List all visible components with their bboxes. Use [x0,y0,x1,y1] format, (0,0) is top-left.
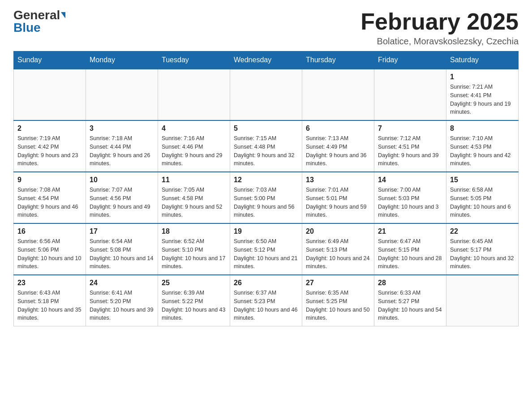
calendar-week-0: 1Sunrise: 7:21 AMSunset: 4:41 PMDaylight… [14,69,519,120]
day-info: Sunrise: 6:33 AMSunset: 5:27 PMDaylight:… [378,289,442,322]
logo-arrow-icon [61,12,65,18]
day-number: 26 [234,279,298,287]
day-info: Sunrise: 7:19 AMSunset: 4:42 PMDaylight:… [17,134,82,168]
calendar-week-1: 2Sunrise: 7:19 AMSunset: 4:42 PMDaylight… [14,120,519,172]
day-number: 4 [162,124,226,133]
day-info: Sunrise: 7:15 AMSunset: 4:48 PMDaylight:… [234,134,298,168]
calendar-cell: 3Sunrise: 7:18 AMSunset: 4:44 PMDaylight… [86,120,158,172]
logo-blue: Blue [13,21,41,35]
calendar-cell [374,69,446,120]
day-number: 19 [234,227,298,235]
page-header: General Blue February 2025 Bolatice, Mor… [13,9,519,47]
weekday-header-saturday: Saturday [446,51,519,69]
day-number: 21 [378,227,442,235]
calendar-cell: 27Sunrise: 6:35 AMSunset: 5:25 PMDayligh… [302,275,374,326]
calendar-cell: 5Sunrise: 7:15 AMSunset: 4:48 PMDaylight… [230,120,302,172]
day-info: Sunrise: 7:08 AMSunset: 4:54 PMDaylight:… [17,186,82,219]
day-number: 3 [90,124,154,133]
day-info: Sunrise: 6:58 AMSunset: 5:05 PMDaylight:… [450,186,515,219]
day-info: Sunrise: 6:41 AMSunset: 5:20 PMDaylight:… [90,289,154,322]
calendar-table: SundayMondayTuesdayWednesdayThursdayFrid… [13,51,519,326]
calendar-cell: 14Sunrise: 7:00 AMSunset: 5:03 PMDayligh… [374,172,446,223]
day-info: Sunrise: 6:52 AMSunset: 5:10 PMDaylight:… [162,237,226,271]
day-number: 15 [450,176,515,184]
calendar-cell [158,69,230,120]
day-number: 17 [90,227,154,235]
day-number: 24 [90,279,154,287]
calendar-cell: 4Sunrise: 7:16 AMSunset: 4:46 PMDaylight… [158,120,230,172]
calendar-week-3: 16Sunrise: 6:56 AMSunset: 5:06 PMDayligh… [14,223,519,275]
weekday-header-sunday: Sunday [14,51,86,69]
day-number: 18 [162,227,226,235]
calendar-cell [86,69,158,120]
calendar-cell: 24Sunrise: 6:41 AMSunset: 5:20 PMDayligh… [86,275,158,326]
day-number: 22 [450,227,515,235]
day-number: 23 [17,279,82,287]
day-number: 13 [306,176,370,184]
day-info: Sunrise: 7:13 AMSunset: 4:49 PMDaylight:… [306,134,370,168]
calendar-cell: 19Sunrise: 6:50 AMSunset: 5:12 PMDayligh… [230,223,302,275]
day-number: 10 [90,176,154,184]
day-info: Sunrise: 6:45 AMSunset: 5:17 PMDaylight:… [450,237,515,271]
calendar-cell: 21Sunrise: 6:47 AMSunset: 5:15 PMDayligh… [374,223,446,275]
calendar-cell: 7Sunrise: 7:12 AMSunset: 4:51 PMDaylight… [374,120,446,172]
logo: General Blue [13,9,65,35]
day-number: 28 [378,279,442,287]
calendar-cell: 20Sunrise: 6:49 AMSunset: 5:13 PMDayligh… [302,223,374,275]
day-info: Sunrise: 7:21 AMSunset: 4:41 PMDaylight:… [450,83,515,116]
day-number: 11 [162,176,226,184]
day-info: Sunrise: 7:07 AMSunset: 4:56 PMDaylight:… [90,186,154,219]
day-info: Sunrise: 6:50 AMSunset: 5:12 PMDaylight:… [234,237,298,271]
calendar-cell: 16Sunrise: 6:56 AMSunset: 5:06 PMDayligh… [14,223,86,275]
day-number: 27 [306,279,370,287]
day-info: Sunrise: 7:18 AMSunset: 4:44 PMDaylight:… [90,134,154,168]
calendar-week-4: 23Sunrise: 6:43 AMSunset: 5:18 PMDayligh… [14,275,519,326]
day-number: 1 [450,73,515,81]
calendar-cell: 2Sunrise: 7:19 AMSunset: 4:42 PMDaylight… [14,120,86,172]
calendar-cell: 22Sunrise: 6:45 AMSunset: 5:17 PMDayligh… [446,223,519,275]
calendar-cell: 12Sunrise: 7:03 AMSunset: 5:00 PMDayligh… [230,172,302,223]
month-title: February 2025 [360,9,519,34]
calendar-cell: 1Sunrise: 7:21 AMSunset: 4:41 PMDaylight… [446,69,519,120]
day-info: Sunrise: 7:16 AMSunset: 4:46 PMDaylight:… [162,134,226,168]
day-info: Sunrise: 6:37 AMSunset: 5:23 PMDaylight:… [234,289,298,322]
logo-general: General [13,9,60,21]
day-info: Sunrise: 6:56 AMSunset: 5:06 PMDaylight:… [17,237,82,271]
calendar-cell: 18Sunrise: 6:52 AMSunset: 5:10 PMDayligh… [158,223,230,275]
day-info: Sunrise: 6:47 AMSunset: 5:15 PMDaylight:… [378,237,442,271]
day-info: Sunrise: 6:49 AMSunset: 5:13 PMDaylight:… [306,237,370,271]
day-number: 6 [306,124,370,133]
day-number: 5 [234,124,298,133]
day-info: Sunrise: 7:05 AMSunset: 4:58 PMDaylight:… [162,186,226,219]
day-info: Sunrise: 7:10 AMSunset: 4:53 PMDaylight:… [450,134,515,168]
calendar-cell: 10Sunrise: 7:07 AMSunset: 4:56 PMDayligh… [86,172,158,223]
calendar-cell: 11Sunrise: 7:05 AMSunset: 4:58 PMDayligh… [158,172,230,223]
day-number: 2 [17,124,82,133]
location: Bolatice, Moravskoslezsky, Czechia [360,36,519,47]
day-number: 25 [162,279,226,287]
calendar-cell: 8Sunrise: 7:10 AMSunset: 4:53 PMDaylight… [446,120,519,172]
calendar-cell: 6Sunrise: 7:13 AMSunset: 4:49 PMDaylight… [302,120,374,172]
calendar-cell: 25Sunrise: 6:39 AMSunset: 5:22 PMDayligh… [158,275,230,326]
calendar-cell [302,69,374,120]
weekday-header-friday: Friday [374,51,446,69]
calendar-week-2: 9Sunrise: 7:08 AMSunset: 4:54 PMDaylight… [14,172,519,223]
calendar-cell: 28Sunrise: 6:33 AMSunset: 5:27 PMDayligh… [374,275,446,326]
weekday-header-row: SundayMondayTuesdayWednesdayThursdayFrid… [14,51,519,69]
day-info: Sunrise: 6:43 AMSunset: 5:18 PMDaylight:… [17,289,82,322]
calendar-cell [446,275,519,326]
calendar-cell: 9Sunrise: 7:08 AMSunset: 4:54 PMDaylight… [14,172,86,223]
day-info: Sunrise: 7:01 AMSunset: 5:01 PMDaylight:… [306,186,370,219]
calendar-cell: 15Sunrise: 6:58 AMSunset: 5:05 PMDayligh… [446,172,519,223]
day-info: Sunrise: 6:54 AMSunset: 5:08 PMDaylight:… [90,237,154,271]
weekday-header-monday: Monday [86,51,158,69]
day-info: Sunrise: 7:03 AMSunset: 5:00 PMDaylight:… [234,186,298,219]
day-number: 12 [234,176,298,184]
title-section: February 2025 Bolatice, Moravskoslezsky,… [360,9,519,47]
day-number: 14 [378,176,442,184]
calendar-cell: 23Sunrise: 6:43 AMSunset: 5:18 PMDayligh… [14,275,86,326]
calendar-cell [230,69,302,120]
day-info: Sunrise: 7:00 AMSunset: 5:03 PMDaylight:… [378,186,442,219]
day-number: 7 [378,124,442,133]
day-number: 20 [306,227,370,235]
